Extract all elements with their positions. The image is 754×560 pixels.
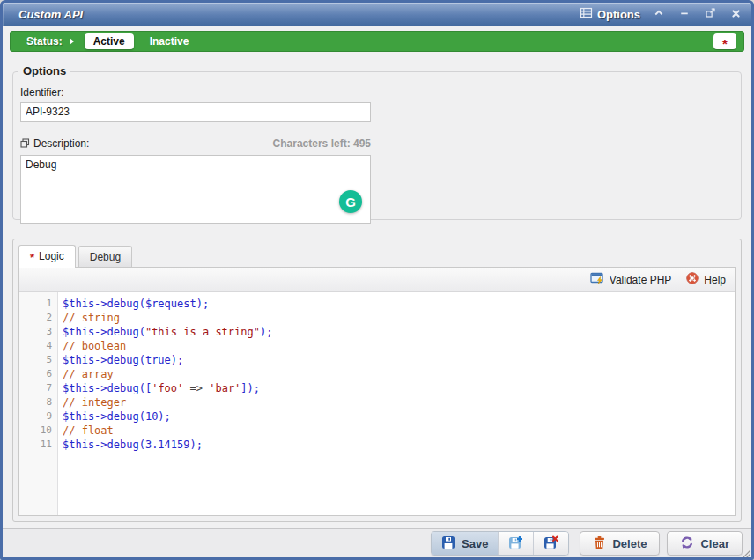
code-line[interactable]: // float (63, 424, 735, 438)
code-token-code (183, 382, 189, 394)
save-plus-icon (508, 535, 523, 552)
code-token-code: ); (260, 326, 272, 338)
chevron-up-icon (654, 6, 664, 22)
description-field-wrap: Debug G (20, 155, 371, 224)
code-token-com: // array (63, 368, 114, 380)
code-line[interactable]: $this->debug("this is a string"); (63, 325, 735, 339)
tab-debug[interactable]: Debug (78, 246, 132, 267)
status-label: Status: (26, 35, 63, 48)
options-section: Options Identifier: Description: Charact… (12, 71, 742, 220)
identifier-label: Identifier: (20, 86, 734, 99)
code-token-com: // string (63, 312, 120, 324)
footer-bar: Save Delete Clear (3, 529, 751, 557)
code-line[interactable]: $this->debug(3.14159); (63, 438, 735, 452)
tab-strip: * Logic Debug (18, 245, 736, 267)
characters-left-text: Characters left: 495 (273, 137, 371, 150)
code-token-code: $this->debug($request); (63, 298, 209, 310)
popout-icon (705, 6, 716, 22)
trash-icon (593, 535, 606, 552)
save-and-new-button[interactable] (499, 532, 534, 555)
line-number: 9 (19, 409, 57, 424)
code-line[interactable]: $this->debug($request); (63, 297, 735, 311)
help-life-ring-icon (685, 271, 699, 288)
clear-label: Clear (700, 537, 729, 550)
code-lines[interactable]: $this->debug($request);// string$this->d… (58, 292, 735, 515)
code-token-code: $this->debug( (63, 326, 145, 338)
close-icon (731, 6, 741, 22)
line-number: 4 (19, 339, 57, 353)
validate-php-button[interactable]: Validate PHP (590, 271, 671, 288)
options-menu-label: Options (597, 8, 640, 21)
save-x-icon (543, 535, 558, 552)
code-token-code: $this->debug(3.14159); (63, 438, 203, 451)
refresh-icon (680, 535, 694, 552)
status-option-inactive[interactable]: Inactive (141, 33, 198, 49)
validate-php-label: Validate PHP (610, 274, 671, 286)
logic-panel: * Logic Debug Validate PHP He (12, 239, 742, 522)
code-token-com: // float (63, 424, 114, 437)
close-button[interactable] (728, 7, 743, 21)
save-button[interactable]: Save (432, 532, 499, 555)
code-token-op: => (190, 382, 203, 394)
help-button[interactable]: Help (685, 271, 726, 288)
required-indicator-button[interactable]: * (713, 33, 736, 49)
status-bar: Status: Active Inactive * (10, 31, 744, 52)
code-line[interactable]: // array (63, 367, 735, 381)
titlebar[interactable]: Custom API Options (3, 3, 751, 26)
line-number: 6 (19, 367, 57, 381)
identifier-input[interactable] (20, 102, 371, 122)
code-token-code: ]); (240, 382, 260, 394)
line-number: 1 (19, 297, 57, 311)
save-button-group: Save (431, 531, 569, 556)
code-area[interactable]: 1234567891011 $this->debug($request);// … (19, 292, 735, 515)
code-token-com: // boolean (63, 340, 126, 352)
clear-button[interactable]: Clear (667, 531, 743, 556)
description-textarea[interactable]: Debug (20, 155, 371, 224)
red-asterisk-icon: * (722, 41, 728, 47)
line-number: 10 (19, 424, 57, 438)
expand-description-icon[interactable] (20, 136, 30, 151)
line-number: 7 (19, 381, 57, 395)
popout-button[interactable] (703, 7, 717, 21)
code-line[interactable]: $this->debug(true); (63, 353, 735, 367)
tab-debug-label: Debug (90, 251, 121, 263)
code-token-code: $this->debug(true); (63, 354, 183, 366)
minimize-button[interactable] (677, 7, 691, 21)
window-title: Custom API (11, 8, 83, 21)
code-line[interactable]: // string (63, 311, 735, 325)
editor-toolbar: Validate PHP Help (19, 268, 735, 292)
code-line[interactable]: // boolean (63, 339, 735, 353)
validate-php-icon (590, 271, 605, 288)
delete-label: Delete (612, 537, 647, 550)
options-section-legend: Options (18, 64, 70, 77)
tab-logic-label: Logic (39, 250, 64, 262)
resize-grip[interactable] (740, 546, 750, 556)
save-and-close-button[interactable] (534, 532, 568, 555)
line-number: 5 (19, 353, 57, 367)
code-line[interactable]: $this->debug(10); (63, 409, 735, 424)
line-number: 2 (19, 311, 57, 325)
code-editor-box: Validate PHP Help 1234567891011 $this->d… (18, 267, 736, 516)
code-token-com: // integer (63, 396, 126, 409)
code-token-str: 'bar' (209, 382, 240, 394)
code-gutter: 1234567891011 (19, 292, 58, 515)
line-number: 8 (19, 395, 57, 409)
required-asterisk-icon: * (30, 255, 34, 261)
code-token-str: 'foo' (152, 382, 183, 394)
code-token-code: $this->debug([ (63, 382, 152, 394)
line-number: 11 (19, 438, 57, 452)
status-option-active[interactable]: Active (85, 33, 134, 49)
grammarly-icon[interactable]: G (339, 190, 362, 213)
minimize-icon (679, 6, 690, 22)
code-line[interactable]: $this->debug(['foo' => 'bar']); (63, 381, 735, 395)
custom-api-window: Custom API Options (0, 0, 754, 560)
code-line[interactable]: // integer (63, 395, 735, 409)
options-menu-button[interactable]: Options (580, 6, 640, 22)
collapse-button[interactable] (652, 7, 666, 21)
description-header: Description: Characters left: 495 (20, 136, 371, 151)
help-label: Help (704, 274, 726, 286)
line-number: 3 (19, 325, 57, 339)
save-floppy-icon (441, 535, 455, 552)
tab-logic[interactable]: * Logic (18, 245, 76, 268)
delete-button[interactable]: Delete (580, 531, 660, 556)
